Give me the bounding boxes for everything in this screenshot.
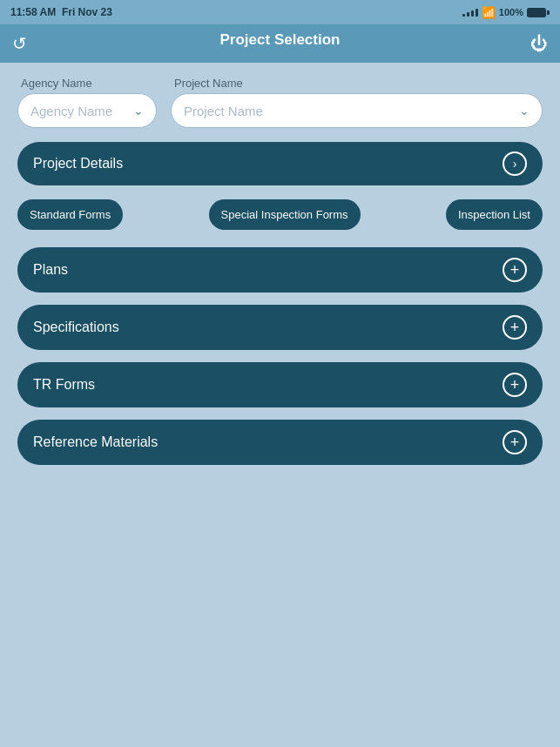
specifications-section[interactable]: Specifications + [17, 305, 543, 350]
specifications-add-icon: + [503, 315, 527, 340]
special-inspection-forms-tab[interactable]: Special Inspection Forms [209, 199, 361, 230]
plans-label: Plans [33, 262, 68, 278]
agency-placeholder: Agency Name [30, 104, 112, 118]
project-dropdown[interactable]: Project Name ⌄ [171, 93, 543, 128]
reference-materials-add-icon: + [503, 430, 527, 454]
agency-dropdown[interactable]: Agency Name ⌄ [17, 93, 157, 128]
agency-group: Agency Name Agency Name ⌄ [17, 77, 157, 128]
project-details-button[interactable]: Project Details › [17, 142, 543, 185]
tr-forms-label: TR Forms [33, 377, 95, 393]
status-icons: 📶 100% [462, 6, 550, 19]
standard-forms-tab[interactable]: Standard Forms [17, 199, 123, 230]
refresh-icon[interactable]: ↺ [12, 35, 27, 52]
battery-percentage: 100% [499, 7, 523, 17]
project-label: Project Name [171, 77, 543, 90]
reference-materials-label: Reference Materials [33, 434, 158, 450]
plans-add-icon: + [503, 258, 527, 282]
battery-icon [527, 8, 550, 17]
project-details-chevron-icon: › [503, 151, 527, 176]
tr-forms-section[interactable]: TR Forms + [17, 362, 543, 407]
tr-forms-add-icon: + [503, 373, 527, 397]
main-content: Agency Name Agency Name ⌄ Project Name P… [0, 63, 560, 491]
agency-chevron-icon: ⌄ [133, 104, 144, 118]
project-group: Project Name Project Name ⌄ [171, 77, 543, 128]
project-chevron-icon: ⌄ [519, 104, 530, 118]
status-time: 11:58 AM Fri Nov 23 [10, 6, 112, 18]
power-icon[interactable]: ⏻ [530, 34, 548, 54]
inspection-list-tab[interactable]: Inspection List [446, 199, 543, 230]
project-placeholder: Project Name [184, 104, 263, 118]
status-bar: 11:58 AM Fri Nov 23 📶 100% [0, 0, 560, 24]
plans-section[interactable]: Plans + [17, 247, 543, 293]
tab-row: Standard Forms Special Inspection Forms … [17, 199, 543, 230]
project-details-label: Project Details [33, 156, 123, 172]
page-title: Project Selection [220, 31, 341, 49]
form-row: Agency Name Agency Name ⌄ Project Name P… [17, 77, 543, 128]
nav-bar: ↺ Project Selection ⏻ [0, 24, 560, 63]
wifi-icon: 📶 [482, 6, 496, 19]
reference-materials-section[interactable]: Reference Materials + [17, 420, 543, 465]
agency-label: Agency Name [17, 77, 157, 90]
specifications-label: Specifications [33, 320, 119, 335]
signal-icon [462, 9, 478, 17]
